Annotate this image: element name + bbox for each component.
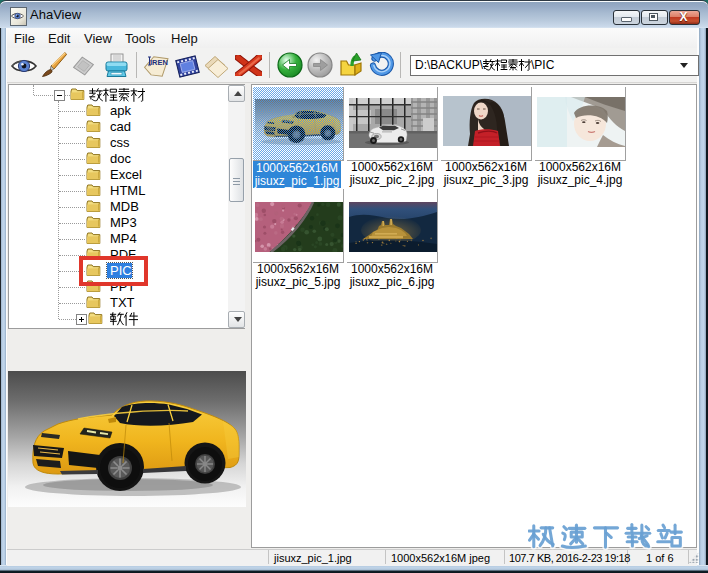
svg-text:IREN: IREN [150,58,168,67]
